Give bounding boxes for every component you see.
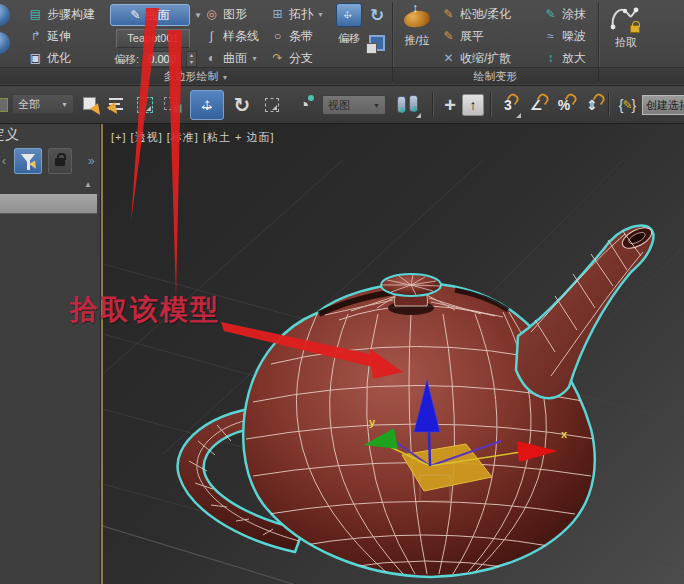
tool-noise[interactable]: ≈ 噪波 (543, 26, 586, 46)
3dsmax-window: ▤ 步骤构建 ↱ 延伸 ▣ 优化 ✎ 曲面 ▼ Teapot001 偏移: 0.… (0, 0, 684, 584)
tool-label: 涂抹 (562, 6, 586, 23)
main-area: 定义 ‹ » ▲ [+] [透视] [标准] [粘土 + 边面] (0, 124, 684, 584)
clipped-toolbar-icon[interactable] (0, 98, 8, 112)
tool-spline[interactable]: ∫ 样条线 (204, 26, 259, 46)
perspective-viewport[interactable]: [+] [透视] [标准] [粘土 + 边面] (101, 124, 684, 584)
angle-snap-toggle[interactable]: ∠ (522, 91, 550, 119)
filter-button[interactable] (14, 148, 42, 174)
pick-button[interactable]: 拾取 (604, 3, 648, 50)
offset-spinner[interactable]: ▴▾ (186, 51, 197, 67)
modifier-stack-row[interactable] (0, 194, 97, 214)
offset-move-icon (336, 3, 362, 27)
tool-extend[interactable]: ↱ 延伸 (28, 26, 71, 46)
selection-filter-value: 全部 (18, 97, 40, 112)
pick-label: 拾取 (615, 35, 637, 50)
pivot-center-icon (397, 95, 419, 115)
chevron-down-icon: ▼ (61, 101, 68, 108)
use-pivot-center-button[interactable] (394, 91, 422, 119)
offset-scale-button[interactable] (366, 32, 388, 54)
exaggerate-icon: ↕ (543, 51, 558, 65)
select-object-icon (83, 97, 100, 114)
coordinate-system-value: 视图 (328, 98, 350, 113)
pick-group-label (599, 67, 684, 84)
rectangular-selection-region-button[interactable] (131, 91, 159, 119)
select-and-rotate-button[interactable]: ↻ (228, 91, 256, 119)
flyout-caret: ▼ (251, 55, 258, 62)
tool-relax[interactable]: ✎ 松弛/柔化 (441, 4, 511, 24)
tool-topology[interactable]: ⊞ 拓扑 ▼ (270, 4, 324, 24)
offset-big-button[interactable]: 偏移 (336, 3, 362, 46)
select-and-place-button[interactable]: + (436, 91, 464, 119)
pick-curve-lock-icon (609, 3, 643, 33)
teapot-spout[interactable] (516, 223, 655, 398)
selection-up-button[interactable]: ↑ (462, 94, 484, 116)
clipped-tool-icon[interactable] (0, 4, 10, 26)
viewport-label[interactable]: [+] [透视] [标准] [粘土 + 边面] (111, 130, 275, 145)
offset-label: 偏移: (114, 52, 139, 67)
polydraw-group-label[interactable]: 多边形绘制 ▼ (0, 67, 392, 84)
tool-shape[interactable]: ◎ 图形 (204, 4, 247, 24)
offset-value-field[interactable]: 0.000 (142, 51, 182, 67)
picked-object-button[interactable]: Teapot001 (116, 29, 190, 48)
toolbar-separator (490, 93, 491, 117)
axis-x-label: x (561, 428, 568, 440)
selection-filter-dropdown[interactable]: 全部 ▼ (12, 94, 74, 114)
spinner-snap-toggle[interactable]: ⇕ (578, 91, 606, 119)
tool-label: 样条线 (223, 28, 259, 45)
select-by-name-button[interactable] (104, 91, 132, 119)
push-pull-button[interactable]: ↕ 推/拉 (399, 3, 435, 46)
select-and-move-button[interactable]: ↔ ↕ (190, 90, 224, 120)
rotate-tool-icon: ↻ (234, 93, 251, 117)
tool-label: 图形 (223, 6, 247, 23)
shape-icon: ◎ (204, 7, 219, 21)
strip-icon: ○ (270, 29, 285, 43)
tool-smudge[interactable]: ✎ 涂抹 (543, 4, 586, 24)
tool-step-build[interactable]: ▤ 步骤构建 (28, 4, 95, 24)
panel-polydraw: ▤ 步骤构建 ↱ 延伸 ▣ 优化 ✎ 曲面 ▼ Teapot001 偏移: 0.… (0, 0, 392, 85)
tool-label: 步骤构建 (47, 6, 95, 23)
lock-icon (55, 158, 65, 166)
axis-y-label: y (369, 416, 376, 428)
snap-toggle-3d[interactable]: 3 (494, 91, 522, 119)
window-crossing-toggle[interactable] (159, 91, 187, 119)
chevron-left-icon[interactable]: ‹ (2, 154, 6, 168)
select-and-scale-button[interactable] (258, 91, 286, 119)
pencil-icon: ✎ (622, 98, 631, 112)
percent-snap-toggle[interactable]: % (550, 91, 578, 119)
cursor-icon (29, 160, 39, 170)
lock-button[interactable] (48, 148, 72, 174)
tool-pinch-spread[interactable]: ✕ 收缩/扩散 (441, 48, 511, 68)
tool-optimize[interactable]: ▣ 优化 (28, 48, 71, 68)
select-object-button[interactable] (77, 91, 105, 119)
optimize-icon: ▣ (28, 51, 43, 65)
branch-icon: ↷ (270, 51, 285, 65)
select-by-name-icon (109, 97, 127, 113)
tool-label: 曲面 (223, 50, 247, 67)
tool-exaggerate[interactable]: ↕ 放大 (543, 48, 586, 68)
spline-icon: ∫ (204, 29, 219, 43)
named-selection-set-field[interactable]: 创建选择集 (642, 95, 684, 115)
chevron-down-icon: ▼ (373, 102, 380, 109)
scale-icon (369, 35, 385, 51)
tool-flatten[interactable]: ✎ 展平 (441, 26, 484, 46)
paint-deform-group-label[interactable]: 绘制变形 (393, 67, 598, 84)
tool-surface-small[interactable]: ◐ 曲面 ▼ (204, 48, 258, 68)
tool-label: 松弛/柔化 (460, 6, 511, 23)
edit-named-selections-button[interactable]: {✎} (612, 91, 642, 119)
scroll-up-triangle[interactable]: ▲ (84, 180, 92, 189)
tool-label: 优化 (47, 50, 71, 67)
surface-flyout-caret[interactable]: ▼ (194, 11, 202, 20)
clipped-tool-icon[interactable] (0, 32, 10, 54)
tool-label: 分支 (289, 50, 313, 67)
tool-strip[interactable]: ○ 条带 (270, 26, 313, 46)
offset-rotate-button[interactable]: ↻ (366, 4, 388, 26)
tool-label: 展平 (460, 28, 484, 45)
reference-coordinate-dropdown[interactable]: 视图 ▼ (322, 95, 386, 115)
extend-icon: ↱ (28, 29, 43, 43)
tool-branch[interactable]: ↷ 分支 (270, 48, 313, 68)
select-and-manipulate-button[interactable]: ◔ (290, 91, 318, 119)
chevron-right-icon[interactable]: » (88, 154, 95, 168)
window-crossing-icon (164, 97, 182, 113)
conform-surface-button[interactable]: ✎ 曲面 (110, 4, 190, 26)
main-toolbar: 全部 ▼ ↔ ↕ ↻ ◔ (0, 86, 684, 124)
